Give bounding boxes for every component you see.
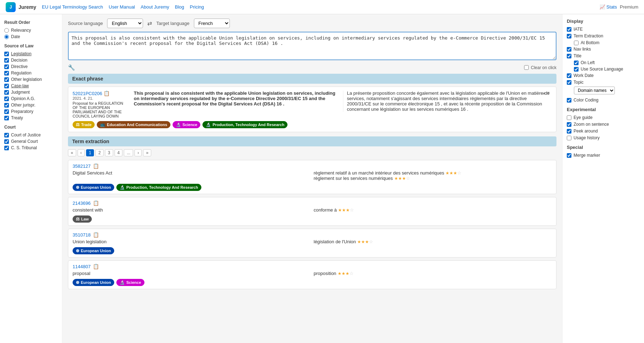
page-ellipsis[interactable]: ...	[124, 149, 133, 156]
clear-on-click[interactable]: Clear on click	[524, 65, 556, 70]
sidebar-item-general-court[interactable]: General Court	[4, 139, 58, 144]
sidebar-item-regulation[interactable]: Regulation	[4, 71, 58, 76]
sidebar-item-legislation[interactable]: Legislation	[4, 51, 58, 56]
result-en-text: This proposal is also consistent with th…	[134, 90, 339, 106]
display-use-source-lang[interactable]: Use Source Language	[567, 67, 640, 72]
display-topic[interactable]: Topic	[567, 80, 640, 85]
sidebar-item-judgment[interactable]: Judgment	[4, 90, 58, 95]
display-on-left[interactable]: On Left	[567, 60, 640, 65]
tag-eu-3[interactable]: ⊛ European Union	[73, 247, 114, 254]
court-title: Court	[4, 125, 58, 130]
term-row-1144807: 1144807 📋 proposal proposition ★★★☆ ⊛ Eu…	[68, 260, 556, 289]
term-extraction-section: Term extraction « ‹ 1 2 3 4 ... › » 3582…	[68, 136, 556, 289]
sidebar-item-relevancy[interactable]: Relevancy	[4, 28, 58, 33]
nav-pricing[interactable]: Pricing	[190, 4, 204, 10]
copy-icon[interactable]: 📋	[104, 90, 110, 96]
exact-phrase-result-card: 52021PC0206 📋 2021. 4. 21. Proposal for …	[68, 87, 556, 132]
sidebar-item-other-legislation[interactable]: Other legislation	[4, 77, 58, 82]
term-fr-3510718: législation de l'Union ★★★☆	[314, 239, 552, 244]
lang-selector-row: Source language English French German Sp…	[68, 19, 556, 28]
display-nav-links[interactable]: Nav links	[567, 47, 640, 52]
display-at-bottom[interactable]: At Bottom	[567, 40, 640, 45]
nav-about[interactable]: About Juremy	[141, 4, 169, 10]
experimental-peek[interactable]: Peek around	[567, 129, 640, 134]
tag-production-1[interactable]: 🔬 Production, Technology And Research	[116, 184, 201, 191]
term-extraction-header: Term extraction	[68, 136, 556, 146]
page-last[interactable]: »	[143, 149, 151, 156]
page-next[interactable]: ›	[134, 149, 142, 156]
target-lang-label: Target language	[156, 21, 189, 26]
experimental-title: Experimental	[567, 107, 640, 112]
exact-phrase-section-header: Exact phrase	[68, 74, 556, 84]
copy-term-icon-1[interactable]: 📋	[93, 163, 99, 169]
term-row-2143696: 2143696 📋 consistent with conforme à ★★★…	[68, 197, 556, 226]
sidebar-item-case-law[interactable]: Case-law	[4, 83, 58, 88]
target-language-select[interactable]: French English German Spanish	[194, 19, 230, 28]
main-container: Result Order Relevancy Date Source of La…	[0, 14, 644, 343]
term-en-1144807: proposal	[73, 271, 311, 276]
term-tags-3582127: ⊛ European Union 🔬 Production, Technolog…	[73, 184, 552, 191]
sidebar-item-treaty[interactable]: Treaty	[4, 115, 58, 120]
tag-eu-4[interactable]: ⊛ European Union	[73, 279, 114, 286]
swap-languages-icon[interactable]: ⇄	[147, 20, 152, 27]
sidebar-item-preparatory[interactable]: Preparatory	[4, 109, 58, 114]
term-row-3582127: 3582127 📋 Digital Services Act règlement…	[68, 160, 556, 194]
sidebar-item-court-of-justice[interactable]: Court of Justice	[4, 132, 58, 137]
nav-blog[interactable]: Blog	[175, 4, 184, 10]
sidebar-item-decision[interactable]: Decision	[4, 58, 58, 63]
brand-name: Juremy	[19, 4, 36, 10]
sidebar-item-date[interactable]: Date	[4, 34, 58, 39]
page-1[interactable]: 1	[86, 149, 94, 156]
source-language-select[interactable]: English French German Spanish	[107, 19, 143, 28]
term-id-1144807[interactable]: 1144807	[73, 264, 91, 269]
page-2[interactable]: 2	[95, 149, 104, 156]
tag-eu-1[interactable]: ⊛ European Union	[73, 184, 114, 191]
term-id-3582127[interactable]: 3582127	[73, 163, 91, 169]
tag-education[interactable]: 📺 Education And Communications	[97, 121, 170, 128]
tools-row: 🔧 Clear on click	[68, 64, 556, 71]
tag-science-4[interactable]: 🔬 Science	[116, 279, 144, 286]
pagination: « ‹ 1 2 3 4 ... › »	[68, 149, 556, 156]
wrench-icon[interactable]: 🔧	[68, 64, 75, 71]
copy-term-icon-3[interactable]: 📋	[93, 232, 99, 238]
sidebar-item-directive[interactable]: Directive	[4, 64, 58, 69]
result-order-title: Result Order	[4, 20, 58, 25]
display-color-coding[interactable]: Color Coding	[567, 98, 640, 103]
nav-user-manual[interactable]: User Manual	[109, 4, 135, 10]
stats-link[interactable]: 📈 Stats	[600, 4, 617, 10]
display-iate[interactable]: IATE	[567, 27, 640, 32]
page-3[interactable]: 3	[105, 149, 113, 156]
production-tag-icon: 🔬	[206, 122, 211, 127]
sidebar-item-opinion-ag[interactable]: Opinion A.G.	[4, 96, 58, 101]
term-id-2143696[interactable]: 2143696	[73, 201, 91, 206]
term-id-3510718[interactable]: 3510718	[73, 232, 91, 238]
result-id-link[interactable]: 52021PC0206	[73, 91, 102, 96]
tag-trade[interactable]: ⚖ Trade	[73, 121, 95, 128]
special-title: Special	[567, 145, 640, 150]
display-title-check[interactable]: Title	[567, 53, 640, 58]
display-term-extraction[interactable]: Term Extraction	[567, 33, 640, 38]
special-merge-marker[interactable]: Merge marker	[567, 153, 640, 158]
domain-names-select[interactable]: Domain names Domain codes	[574, 87, 615, 94]
experimental-zoom[interactable]: Zoom on sentence	[567, 122, 640, 127]
copy-term-icon-2[interactable]: 📋	[93, 200, 99, 206]
experimental-usage-history[interactable]: Usage history	[567, 135, 640, 140]
result-fr-text: La présente proposition concorde égaleme…	[343, 90, 552, 112]
tag-production[interactable]: 🔬 Production, Technology And Research	[202, 121, 287, 128]
display-work-date[interactable]: Work Date	[567, 73, 640, 78]
expand-icon[interactable]: ▲▼	[542, 90, 550, 95]
sidebar-item-other-jurispr[interactable]: Other jurispr.	[4, 103, 58, 108]
tag-science[interactable]: 🔬 Science	[173, 121, 201, 128]
page-first[interactable]: «	[68, 149, 76, 156]
experimental-eye-guide[interactable]: Eye guide	[567, 115, 640, 120]
tools-left: 🔧	[68, 64, 75, 71]
nav-app-title[interactable]: EU Legal Terminology Search	[42, 4, 103, 10]
sidebar-item-cs-tribunal[interactable]: C. S. Tribunal	[4, 145, 58, 150]
search-textarea[interactable]: This proposal is also consistent with th…	[68, 32, 556, 60]
copy-term-icon-4[interactable]: 📋	[93, 264, 99, 269]
tag-law-2[interactable]: ⚖ Law	[73, 215, 92, 223]
source-lang-label: Source language	[68, 21, 103, 26]
page-prev[interactable]: ‹	[78, 149, 85, 156]
page-4[interactable]: 4	[115, 149, 123, 156]
result-tags-row: ⚖ Trade 📺 Education And Communications 🔬…	[73, 121, 552, 128]
